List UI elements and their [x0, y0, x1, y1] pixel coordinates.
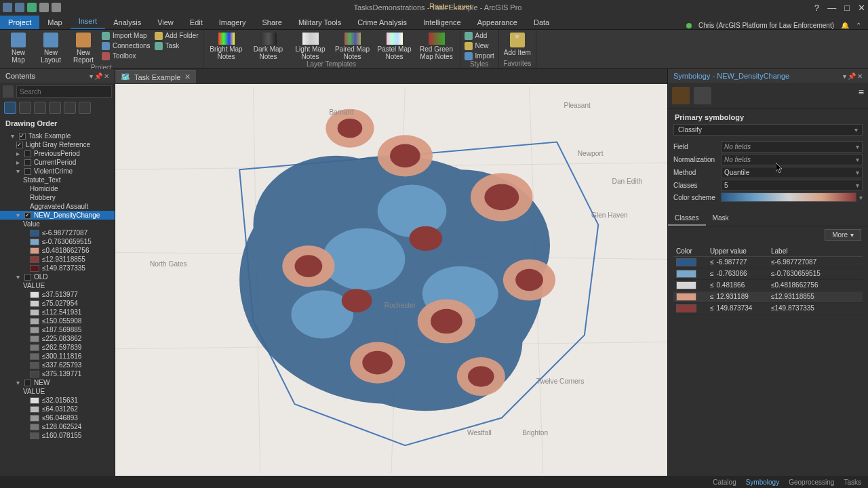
class-row[interactable]: ≤-0.763066≤-0.7630659515	[673, 268, 863, 280]
tree-class[interactable]: ≤160.078155	[0, 431, 115, 440]
field-dropdown[interactable]: No fields	[721, 141, 863, 152]
tab-share[interactable]: Share	[254, 16, 290, 29]
bottom-tab-geoprocessing[interactable]: Geoprocessing	[789, 479, 834, 486]
tab-map[interactable]: Map	[39, 16, 70, 29]
tree-class[interactable]: ≤-6.987727087	[0, 228, 115, 237]
qat-save-icon[interactable]	[27, 3, 37, 12]
qat-project-icon[interactable]	[3, 3, 12, 12]
task-button[interactable]: Task	[155, 41, 199, 50]
add-item-button[interactable]: ★Add Item	[503, 31, 532, 56]
tree-layer[interactable]: Light Gray Reference	[0, 140, 115, 149]
maximize-icon[interactable]: □	[844, 3, 850, 13]
tree-layer[interactable]: ▾OLD	[0, 272, 115, 281]
tree-class[interactable]: ≤150.055908	[0, 317, 115, 325]
tree-class[interactable]: ≤0.4818662756	[0, 246, 115, 255]
colorscheme-ramp[interactable]	[721, 192, 856, 202]
symbology-menu-icon[interactable]: ≡	[859, 87, 864, 104]
pane-pin-icon[interactable]: 📌	[94, 73, 102, 80]
tab-militarytools[interactable]: Military Tools	[290, 16, 349, 29]
redgreen-notes-button[interactable]: Red Green Map Notes	[418, 31, 456, 60]
tree-class[interactable]: ≤337.625793	[0, 361, 115, 369]
tree-class[interactable]: ≤96.046893	[0, 413, 115, 422]
map-tab-close-icon[interactable]: ✕	[184, 73, 191, 81]
search-button[interactable]	[3, 85, 14, 98]
qat-redo-icon[interactable]	[52, 3, 61, 12]
tree-class[interactable]: ≤300.111816	[0, 352, 115, 361]
qat-open-icon[interactable]	[15, 3, 24, 12]
tab-imagery[interactable]: Imagery	[211, 16, 254, 29]
tree-class[interactable]: ≤37.513977	[0, 290, 115, 299]
tree-layer[interactable]: ▸PreviousPeriod	[0, 149, 115, 158]
notifications-icon[interactable]: 🔔	[841, 22, 849, 29]
tree-class[interactable]: ≤12.93118855	[0, 255, 115, 264]
pane-options-icon[interactable]: ▾	[843, 73, 846, 80]
tree-layer[interactable]: ▾ViolentCrime	[0, 167, 115, 176]
tree-layer[interactable]: ▸CurrentPeriod	[0, 158, 115, 167]
class-row[interactable]: ≤-6.987727≤-6.987727087	[673, 257, 863, 268]
vary-symbology-icon[interactable]	[694, 87, 711, 104]
tab-view[interactable]: View	[149, 16, 182, 29]
tab-crimeanalysis[interactable]: Crime Analysis	[349, 16, 415, 29]
tab-intelligence[interactable]: Intelligence	[415, 16, 469, 29]
more-button[interactable]: More▾	[825, 229, 861, 241]
normalization-dropdown[interactable]: No fields	[721, 154, 863, 165]
pane-close-icon[interactable]: ✕	[857, 73, 863, 80]
tree-map[interactable]: ▾Task Example	[0, 131, 115, 140]
new-report-button[interactable]: New Report	[69, 31, 98, 64]
tree-class[interactable]: ≤225.083862	[0, 334, 115, 343]
tab-edit[interactable]: Edit	[182, 16, 211, 29]
toolbox-button[interactable]: Toolbox	[102, 52, 151, 60]
light-notes-button[interactable]: Light Map Notes	[292, 31, 330, 60]
tree-class[interactable]: ≤75.027954	[0, 299, 115, 308]
add-folder-button[interactable]: Add Folder	[155, 31, 199, 40]
tree-class[interactable]: ≤128.062524	[0, 422, 115, 431]
list-snapping-icon[interactable]	[64, 102, 76, 114]
add-style-button[interactable]: Add	[465, 31, 494, 40]
primary-symbology-icon[interactable]	[672, 87, 690, 104]
list-source-icon[interactable]	[19, 102, 31, 114]
class-row[interactable]: ≤149.873734≤149.8737335	[673, 303, 863, 314]
contents-search-input[interactable]	[16, 85, 112, 98]
list-editing-icon[interactable]	[49, 102, 61, 114]
tab-project[interactable]: Project	[0, 16, 39, 29]
list-selection-icon[interactable]	[34, 102, 46, 114]
map-tab[interactable]: 🗺️ Task Example ✕	[115, 70, 196, 83]
bottom-tab-catalog[interactable]: Catalog	[713, 479, 736, 486]
paired-notes-button[interactable]: Paired Map Notes	[334, 31, 372, 60]
dark-notes-button[interactable]: Dark Map Notes	[250, 31, 288, 60]
tree-class[interactable]: ≤32.015631	[0, 396, 115, 405]
tab-analysis[interactable]: Analysis	[105, 16, 149, 29]
import-style-button[interactable]: Import	[465, 52, 494, 60]
new-layout-button[interactable]: New Layout	[37, 31, 65, 64]
tab-data[interactable]: Data	[526, 16, 557, 29]
method-dropdown[interactable]: Quantile	[721, 167, 863, 178]
bottom-tab-symbology[interactable]: Symbology	[746, 479, 779, 486]
tree-value[interactable]: Robbery	[0, 193, 115, 202]
tree-class[interactable]: ≤112.541931	[0, 308, 115, 317]
import-map-button[interactable]: Import Map	[102, 31, 151, 40]
list-drawing-order-icon[interactable]	[4, 102, 16, 114]
tree-layer[interactable]: ▾NEW	[0, 378, 115, 387]
class-row[interactable]: ≤0.481866≤0.4818662756	[673, 280, 863, 291]
tree-layer-selected[interactable]: ▾NEW_DensityChange	[0, 211, 115, 220]
new-map-button[interactable]: New Map	[4, 31, 33, 64]
ribbon-collapse-icon[interactable]: ⌃	[856, 22, 861, 29]
user-label[interactable]: Chris (ArcGIS Platform for Law Enforceme…	[698, 22, 834, 29]
tree-value[interactable]: Homicide	[0, 184, 115, 193]
new-style-button[interactable]: New	[465, 41, 494, 50]
help-icon[interactable]: ?	[814, 3, 819, 13]
list-labeling-icon[interactable]	[79, 102, 91, 114]
pane-options-icon[interactable]: ▾	[90, 73, 93, 80]
close-icon[interactable]: ✕	[858, 3, 865, 13]
subtab-classes[interactable]: Classes	[668, 211, 706, 226]
tree-class[interactable]: ≤64.031262	[0, 405, 115, 413]
tree-class[interactable]: ≤262.597839	[0, 343, 115, 352]
symbology-type-dropdown[interactable]: Classify	[673, 124, 863, 136]
tree-class[interactable]: ≤187.569885	[0, 325, 115, 334]
tree-class[interactable]: ≤-0.7630659515	[0, 237, 115, 246]
qat-undo-icon[interactable]	[39, 3, 49, 12]
minimize-icon[interactable]: —	[827, 3, 836, 13]
map-canvas[interactable]: PleasantBarnard NewportDan Edith Glen Ha…	[115, 84, 667, 476]
subtab-mask[interactable]: Mask	[706, 211, 736, 226]
bottom-tab-tasks[interactable]: Tasks	[844, 479, 861, 486]
